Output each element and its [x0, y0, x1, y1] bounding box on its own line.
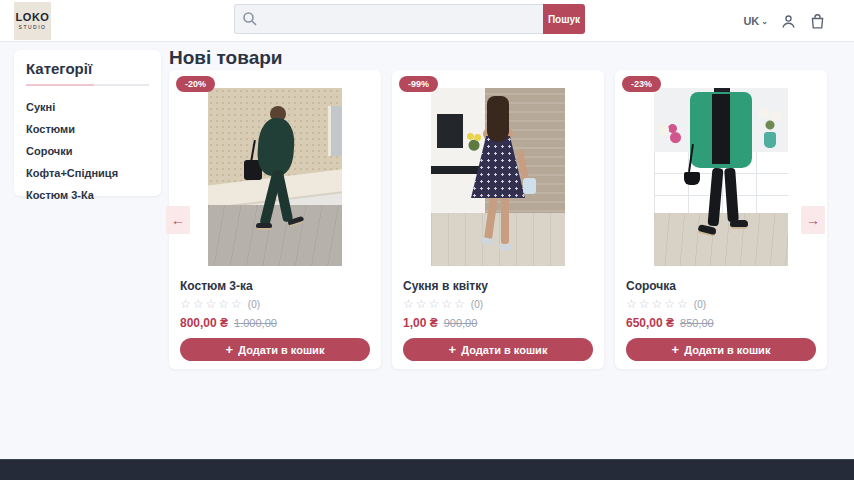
star-icons: ☆☆☆☆☆: [403, 298, 467, 310]
add-to-cart-label: Додати в кошик: [684, 344, 770, 356]
photo-vase: [764, 132, 776, 148]
price-row: 800,00 ₴ 1.000,00: [180, 316, 370, 330]
product-image[interactable]: [431, 88, 565, 266]
chevron-down-icon: ⌄: [761, 17, 768, 26]
product-card: -99% Сукня в квітку: [392, 70, 604, 369]
product-info: Костюм 3-ка ☆☆☆☆☆ (0) 800,00 ₴ 1.000,00 …: [169, 279, 381, 361]
product-title[interactable]: Костюм 3-ка: [180, 279, 370, 293]
star-icons: ☆☆☆☆☆: [626, 298, 690, 310]
plus-icon: +: [672, 343, 680, 356]
photo-model-shoe: [730, 220, 748, 229]
add-to-cart-label: Додати в кошик: [461, 344, 547, 356]
discount-badge: -23%: [622, 76, 661, 92]
add-to-cart-button[interactable]: + Додати в кошик: [403, 338, 593, 361]
old-price: 850,00: [680, 317, 714, 329]
logo-subtitle: STUDIO: [19, 24, 47, 30]
search-bar: Пошук: [234, 4, 585, 34]
header-actions: UK ⌄: [743, 0, 826, 42]
photo-floor: [431, 213, 565, 266]
cart-icon[interactable]: [809, 13, 826, 30]
photo-bag: [684, 172, 700, 185]
footer: [0, 459, 854, 480]
current-price: 1,00 ₴: [403, 316, 438, 330]
photo-flowers: [754, 104, 786, 134]
product-card: -23% Сорочка ☆☆☆☆: [615, 70, 827, 369]
categories-divider: [26, 84, 149, 86]
photo-shelf: [431, 166, 485, 174]
current-price: 650,00 ₴: [626, 316, 674, 330]
account-icon[interactable]: [780, 13, 797, 30]
sidebar-item-sorochky[interactable]: Сорочки: [26, 140, 149, 162]
photo-bag: [523, 178, 536, 194]
product-info: Сукня в квітку ☆☆☆☆☆ (0) 1,00 ₴ 900,00 +…: [392, 279, 604, 361]
star-icons: ☆☆☆☆☆: [180, 298, 244, 310]
header: LOKO STUDIO Пошук UK ⌄: [0, 0, 854, 42]
logo[interactable]: LOKO STUDIO: [14, 2, 51, 40]
current-price: 800,00 ₴: [180, 316, 228, 330]
rating-row: ☆☆☆☆☆ (0): [403, 298, 593, 310]
product-carousel: -20% Костюм 3-ка ☆☆☆☆☆ (0): [169, 70, 827, 369]
carousel-next-button[interactable]: →: [801, 206, 825, 234]
product-image[interactable]: [208, 88, 342, 266]
search-input[interactable]: [234, 4, 543, 34]
sidebar-item-sukni[interactable]: Сукні: [26, 96, 149, 118]
add-to-cart-label: Додати в кошик: [238, 344, 324, 356]
add-to-cart-button[interactable]: + Додати в кошик: [180, 338, 370, 361]
categories-title: Категорії: [26, 60, 149, 77]
sidebar-item-kofta-spidnytsia[interactable]: Кофта+Спідниця: [26, 162, 149, 184]
photo-model-leg: [501, 196, 509, 244]
language-label: UK: [743, 15, 759, 27]
product-info: Сорочка ☆☆☆☆☆ (0) 650,00 ₴ 850,00 + Дода…: [615, 279, 827, 361]
categories-list: Сукні Костюми Сорочки Кофта+Спідниця Кос…: [26, 96, 149, 206]
add-to-cart-button[interactable]: + Додати в кошик: [626, 338, 816, 361]
photo-window: [328, 106, 342, 156]
photo-pavement: [208, 205, 342, 266]
rating-count: (0): [248, 299, 260, 310]
sidebar-item-kostium-3ka[interactable]: Костюм 3-Ка: [26, 184, 149, 206]
search-button[interactable]: Пошук: [543, 4, 585, 34]
plus-icon: +: [449, 343, 457, 356]
rating-count: (0): [694, 299, 706, 310]
product-card: -20% Костюм 3-ка ☆☆☆☆☆ (0): [169, 70, 381, 369]
page-title: Нові товари: [169, 47, 283, 69]
plus-icon: +: [226, 343, 234, 356]
photo-model-top: [712, 94, 730, 164]
discount-badge: -20%: [176, 76, 215, 92]
old-price: 1.000,00: [234, 317, 277, 329]
photo-model-heel: [499, 244, 512, 250]
categories-panel: Категорії Сукні Костюми Сорочки Кофта+Сп…: [14, 50, 161, 196]
carousel-prev-button[interactable]: ←: [166, 206, 190, 234]
old-price: 900,00: [444, 317, 478, 329]
product-image[interactable]: [654, 88, 788, 266]
photo-model-hair: [487, 96, 509, 142]
search-icon: [242, 11, 258, 27]
price-row: 1,00 ₴ 900,00: [403, 316, 593, 330]
photo-tv: [437, 114, 463, 148]
photo-floor: [654, 213, 788, 266]
photo-flowers: [656, 122, 686, 148]
discount-badge: -99%: [399, 76, 438, 92]
rating-count: (0): [471, 299, 483, 310]
product-title[interactable]: Сорочка: [626, 279, 816, 293]
photo-tulips: [465, 132, 483, 154]
photo-model-shoe: [256, 223, 272, 230]
logo-title: LOKO: [16, 12, 50, 23]
product-title[interactable]: Сукня в квітку: [403, 279, 593, 293]
rating-row: ☆☆☆☆☆ (0): [180, 298, 370, 310]
sidebar-item-kostiumy[interactable]: Костюми: [26, 118, 149, 140]
page: LOKO STUDIO Пошук UK ⌄: [0, 0, 854, 480]
rating-row: ☆☆☆☆☆ (0): [626, 298, 816, 310]
language-selector[interactable]: UK ⌄: [743, 15, 768, 27]
price-row: 650,00 ₴ 850,00: [626, 316, 816, 330]
